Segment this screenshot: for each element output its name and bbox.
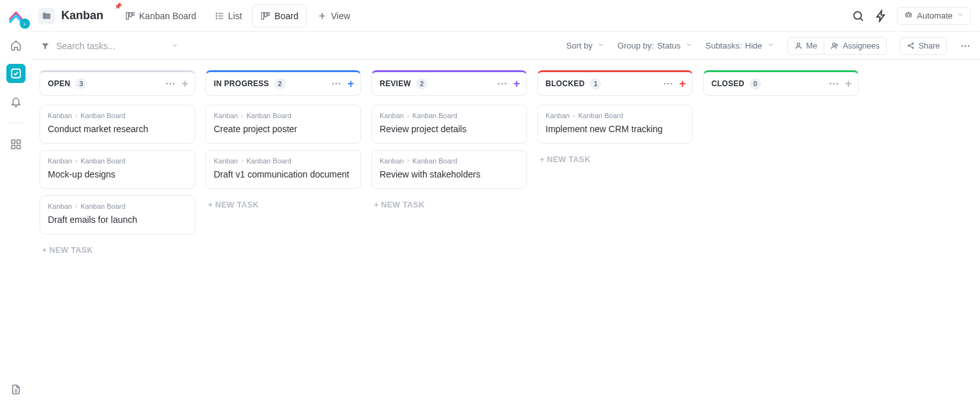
- new-task-button[interactable]: + NEW TASK: [205, 198, 361, 212]
- folder-icon[interactable]: [38, 8, 55, 24]
- plus-icon: [317, 11, 327, 21]
- task-card[interactable]: Kanban›Kanban BoardDraft emails for laun…: [40, 195, 195, 234]
- new-task-button[interactable]: + NEW TASK: [371, 198, 527, 212]
- column-count: 2: [416, 78, 427, 89]
- tab-board[interactable]: Board: [252, 4, 306, 27]
- tab-kanban-board[interactable]: 📌 Kanban Board: [117, 4, 204, 27]
- breadcrumb: Kanban›Kanban Board: [380, 112, 519, 119]
- svg-point-35: [505, 83, 507, 85]
- chevron-right-icon: ›: [75, 112, 77, 119]
- svg-point-36: [664, 83, 666, 85]
- chevron-down-icon: [685, 41, 693, 50]
- chevron-down-icon[interactable]: [171, 40, 179, 52]
- svg-point-8: [216, 13, 216, 13]
- filter-me-button[interactable]: Me: [788, 38, 824, 54]
- tasks-icon[interactable]: [6, 64, 26, 83]
- svg-point-39: [830, 83, 832, 85]
- column-add-button[interactable]: +: [347, 78, 354, 89]
- apps-icon[interactable]: [6, 135, 26, 154]
- column-add-button[interactable]: +: [513, 78, 520, 89]
- filter-icon[interactable]: [41, 42, 50, 50]
- column-header[interactable]: REVIEW2+: [371, 70, 527, 96]
- svg-point-17: [910, 15, 910, 15]
- filter-assignees-button[interactable]: Assignees: [824, 38, 886, 54]
- column-cards: Kanban›Kanban BoardConduct market resear…: [40, 105, 195, 234]
- document-icon[interactable]: [6, 380, 26, 399]
- group-by-value: Status: [657, 41, 681, 50]
- svg-point-34: [501, 83, 503, 85]
- column-more-button[interactable]: [662, 78, 674, 89]
- tab-label: Kanban Board: [139, 11, 197, 21]
- board-column: REVIEW2+Kanban›Kanban BoardReview projec…: [371, 70, 527, 398]
- list-icon: [214, 11, 225, 21]
- column-header[interactable]: BLOCKED1+: [537, 70, 693, 96]
- subtasks-value: Hide: [745, 41, 762, 50]
- breadcrumb: Kanban›Kanban Board: [48, 112, 187, 119]
- svg-point-30: [332, 83, 334, 85]
- task-card[interactable]: Kanban›Kanban BoardReview project detail…: [371, 105, 527, 144]
- search-icon[interactable]: [851, 9, 865, 23]
- breadcrumb: Kanban›Kanban Board: [380, 157, 519, 165]
- tab-list[interactable]: List: [207, 4, 250, 27]
- task-card[interactable]: Kanban›Kanban BoardImplement new CRM tra…: [537, 105, 693, 144]
- toolbar-more-button[interactable]: [960, 40, 971, 52]
- column-header[interactable]: OPEN3+: [40, 70, 195, 96]
- subtasks-dropdown[interactable]: Subtasks: Hide: [706, 41, 775, 50]
- automate-button[interactable]: Automate: [897, 7, 971, 25]
- sort-by-dropdown[interactable]: Sort by: [567, 41, 605, 50]
- task-card[interactable]: Kanban›Kanban BoardDraft v1 communicatio…: [205, 150, 361, 189]
- column-header[interactable]: CLOSED0+: [703, 70, 859, 96]
- svg-point-9: [216, 15, 216, 16]
- column-add-button[interactable]: +: [679, 78, 686, 89]
- bell-icon[interactable]: [6, 92, 26, 111]
- svg-point-24: [961, 45, 963, 47]
- home-icon[interactable]: [6, 36, 26, 55]
- svg-point-25: [965, 45, 967, 47]
- column-add-button[interactable]: +: [181, 78, 188, 89]
- pin-icon: 📌: [114, 3, 122, 10]
- column-add-button[interactable]: +: [845, 78, 852, 89]
- svg-point-41: [836, 83, 838, 85]
- new-task-button[interactable]: + NEW TASK: [537, 153, 693, 167]
- workspace-title[interactable]: Kanban: [61, 9, 103, 22]
- svg-point-21: [908, 45, 909, 46]
- breadcrumb: Kanban›Kanban Board: [546, 112, 685, 119]
- top-header: Kanban 📌 Kanban Board List: [32, 0, 980, 32]
- svg-point-37: [667, 83, 669, 85]
- tab-label: View: [331, 11, 350, 21]
- column-cards: Kanban›Kanban BoardCreate project poster…: [205, 105, 361, 189]
- task-title: Conduct market research: [48, 123, 187, 135]
- task-title: Create project poster: [214, 123, 353, 135]
- svg-point-32: [339, 83, 341, 85]
- chevron-right-icon: ›: [407, 112, 409, 119]
- board-column: IN PROGRESS2+Kanban›Kanban BoardCreate p…: [205, 70, 361, 398]
- column-more-button[interactable]: [496, 78, 508, 89]
- app-logo[interactable]: ›: [4, 5, 28, 27]
- column-more-button[interactable]: [330, 78, 342, 89]
- svg-rect-12: [265, 12, 267, 17]
- share-button[interactable]: Share: [900, 38, 946, 54]
- new-task-button[interactable]: + NEW TASK: [40, 243, 195, 257]
- column-more-button[interactable]: [828, 78, 840, 89]
- board-icon: [260, 11, 271, 21]
- task-card[interactable]: Kanban›Kanban BoardConduct market resear…: [40, 105, 195, 144]
- search-input[interactable]: [56, 41, 165, 51]
- tab-add-view[interactable]: View: [309, 4, 358, 27]
- column-cards: Kanban›Kanban BoardReview project detail…: [371, 105, 527, 189]
- svg-rect-1: [11, 140, 15, 143]
- assignee-filter-group: Me Assignees: [787, 37, 887, 55]
- column-more-button[interactable]: [165, 78, 176, 89]
- column-header[interactable]: IN PROGRESS2+: [205, 70, 361, 96]
- automate-label: Automate: [917, 11, 953, 20]
- svg-rect-11: [262, 12, 264, 19]
- task-card[interactable]: Kanban›Kanban BoardReview with stakehold…: [371, 150, 527, 189]
- task-card[interactable]: Kanban›Kanban BoardMock-up designs: [40, 150, 195, 189]
- column-name: CLOSED: [711, 79, 745, 88]
- column-cards: Kanban›Kanban BoardImplement new CRM tra…: [537, 105, 693, 144]
- svg-point-27: [167, 83, 168, 85]
- group-by-dropdown[interactable]: Group by: Status: [618, 41, 693, 50]
- task-card[interactable]: Kanban›Kanban BoardCreate project poster: [205, 105, 361, 144]
- svg-point-16: [907, 15, 908, 15]
- board-column: OPEN3+Kanban›Kanban BoardConduct market …: [40, 70, 195, 398]
- bolt-icon[interactable]: [874, 9, 888, 23]
